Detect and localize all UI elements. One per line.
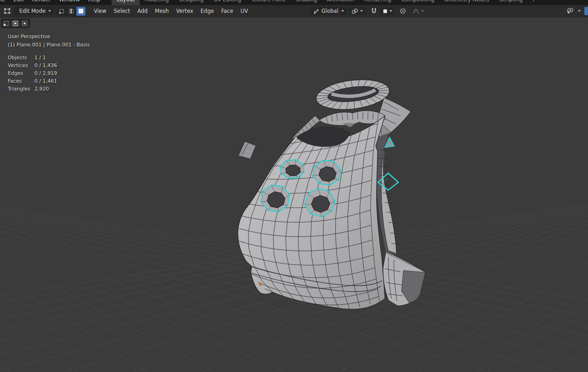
menu-add[interactable]: Add [134,8,151,14]
menu-render[interactable]: Render [28,0,55,3]
select-subtract-button[interactable] [20,20,29,27]
face-select-icon [78,8,84,14]
chevron-down-icon [421,10,424,12]
magnet-icon [371,8,377,14]
blender-window: { "topbar": { "menus": ["File", "Edit", … [0,0,588,372]
menu-file[interactable]: File [0,0,9,3]
stat-vertices: Vertices0 / 1,436 [8,62,57,69]
chevron-down-icon [578,10,581,12]
menu-face[interactable]: Face [218,8,237,14]
stat-edges: Edges0 / 2,919 [8,69,57,77]
viewport-info-overlay: User Perspective (1) Plane.001 | Plane.0… [8,33,90,49]
mode-label: Edit Mode [19,8,45,14]
tab-modeling[interactable]: Modeling [140,0,174,5]
stat-triangles: Triangles2,920 [8,85,57,93]
gizmo-toggle-partial[interactable] [584,7,588,15]
chevron-down-icon [48,10,51,12]
tab-texture-paint[interactable]: Texture Paint [246,0,290,5]
select-extend-icon [12,21,18,26]
pivot-point-icon [351,8,358,14]
menu-edit[interactable]: Edit [9,0,28,3]
stat-objects: Objects1 / 1 [8,54,57,62]
tab-scripting[interactable]: Scripting [494,0,528,5]
chevron-down-icon [341,10,344,12]
chevron-down-icon [360,10,363,12]
menu-select[interactable]: Select [110,8,134,14]
topbar: File Edit Render Window Help Layout Mode… [0,0,588,5]
proportional-editing-icon [400,8,406,14]
tab-animation[interactable]: Animation [322,0,359,5]
menu-uv[interactable]: UV [237,8,252,14]
tab-layout[interactable]: Layout [112,0,140,5]
select-mode-group [57,7,85,16]
viewport-3d[interactable]: User Perspective (1) Plane.001 | Plane.0… [0,17,588,372]
visibility-dropdown[interactable] [564,6,576,16]
select-set-icon [3,21,9,26]
edge-select-button[interactable] [67,7,76,16]
orientation-label: Global [322,8,339,14]
orientation-dropdown[interactable]: Global [311,7,347,15]
view-perspective-label: User Perspective [8,33,90,41]
tab-rendering[interactable]: Rendering [359,0,396,5]
snap-increment-icon [383,9,388,14]
vertex-select-icon [59,8,64,14]
tab-compositing[interactable]: Compositing [396,0,439,5]
menu-view[interactable]: View [90,8,110,14]
viewport-header: Edit Mode View Select Add Mesh Vertex Ed… [0,5,588,17]
tab-shading[interactable]: Shading [290,0,322,5]
tab-uv-editing[interactable]: UV Editing [209,0,246,5]
editor-type-button[interactable] [2,7,12,15]
header-right-controls [564,6,588,16]
select-set-button[interactable] [2,20,11,27]
edge-select-icon [68,8,74,14]
active-object-label: (1) Plane.001 | Plane.001 : Basis [8,41,90,49]
pivot-dropdown[interactable] [349,7,366,15]
add-workspace-button[interactable]: + [528,0,540,5]
tool-settings-select-modes [1,19,30,28]
select-subtract-icon [22,21,28,26]
menu-help[interactable]: Help [84,0,104,3]
menu-vertex[interactable]: Vertex [173,8,197,14]
visibility-eye-icon [565,7,574,15]
viewport-canvas[interactable] [0,0,588,372]
proportional-editing-button[interactable] [398,7,408,15]
stat-faces: Faces0 / 1,461 [8,77,57,85]
menu-mesh[interactable]: Mesh [151,8,172,14]
workspace-tabs: Layout Modeling Sculpting UV Editing Tex… [112,0,539,5]
viewport-menus: View Select Add Mesh Vertex Edge Face UV [90,8,252,14]
falloff-curve-icon [413,8,419,14]
menu-edge[interactable]: Edge [197,8,218,14]
tab-geometry-nodes[interactable]: Geometry Nodes [440,0,494,5]
menu-window[interactable]: Window [55,0,84,3]
statistics-overlay: Objects1 / 1 Vertices0 / 1,436 Edges0 / … [8,54,57,93]
select-extend-button[interactable] [11,20,20,27]
vertex-select-button[interactable] [57,7,67,16]
editor-type-icon [4,8,11,14]
tab-sculpting[interactable]: Sculpting [174,0,209,5]
face-select-button[interactable] [76,7,85,16]
snap-toggle-button[interactable] [369,7,379,15]
transform-orientation-icon [313,8,319,14]
falloff-dropdown[interactable] [410,7,427,15]
object-origin-dot [259,283,261,285]
mode-dropdown[interactable]: Edit Mode [14,7,54,15]
chevron-down-icon [390,10,392,12]
snap-target-dropdown[interactable] [380,8,395,15]
